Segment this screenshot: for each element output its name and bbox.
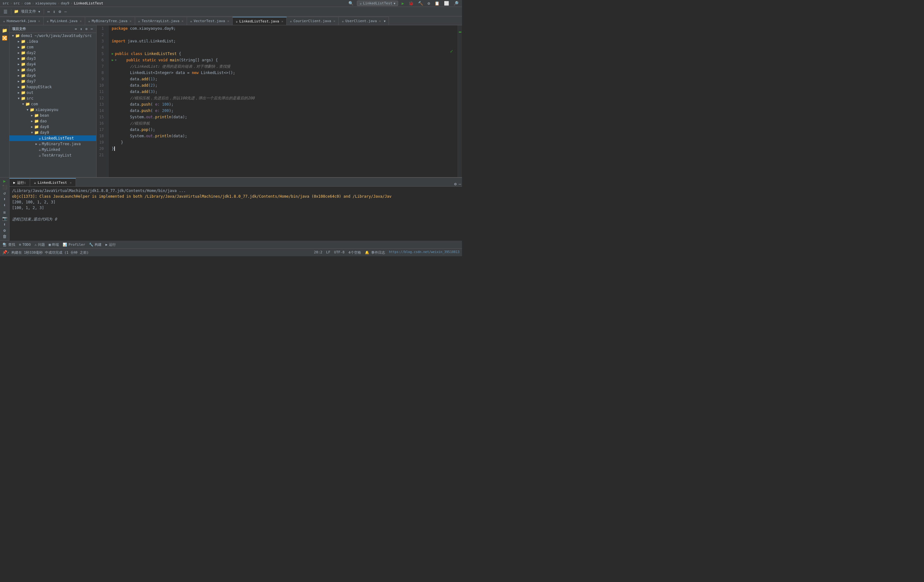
bottom-tab-linkedlisttest[interactable]: ☕ LinkedListTest ✕ [30,178,76,186]
tree-item-xiaoyaoyou[interactable]: ▼ 📁 xiaoyaoyou [10,107,96,113]
action-run[interactable]: ▶ 运行 [106,242,116,247]
build-button[interactable]: 🔨 [417,1,424,6]
token: } [112,145,114,152]
tab-close-homework4[interactable]: ✕ [38,19,40,23]
bottom-minimize-icon[interactable]: — [457,181,462,186]
window-button-2[interactable]: ⬜ [443,1,450,6]
tab-close-mybinarytree[interactable]: ✕ [130,19,132,23]
search-icon-2[interactable]: 🔎 [452,1,459,6]
scroll-down-icon[interactable]: ⬇ [3,203,7,208]
project-icon[interactable]: 📁 [1,28,8,33]
trash-icon[interactable]: 🗑 [2,234,8,239]
tree-item-idea[interactable]: ▶ 📁 .idea [10,39,96,44]
tree-item-com2[interactable]: ▼ 📁 com [10,101,96,107]
upload-icon[interactable]: ⬆ [3,222,7,227]
settings-icon[interactable]: ⚙ [58,9,62,14]
breadcrumb-day9[interactable]: day9 [61,1,69,5]
tree-item-mybinarytree2[interactable]: ▶ ☕ MyBinaryTree.java [10,141,96,147]
menu-icon[interactable]: ☰ [3,9,8,14]
tab-userclient[interactable]: ☕ UserClient.java ✕ ▼ [338,17,389,25]
bottom-content[interactable]: /Library/Java/JavaVirtualMachines/jdk1.8… [10,186,462,241]
editor-area[interactable]: 1 2 3 4 5 6 7 8 9 10 11 12 13 14 15 16 1… [97,25,457,177]
tree-item-bean[interactable]: ▶ 📁 bean [10,113,96,118]
debug-button[interactable]: 🐞 [408,1,414,6]
bottom-tab-ll-close[interactable]: ✕ [70,181,72,185]
tab-close-vectortest[interactable]: ✕ [227,19,229,23]
token: 200 [160,107,169,114]
tree-item-dao[interactable]: ▶ 📁 dao [10,118,96,124]
tree-item-day5[interactable]: ▶ 📁 day5 [10,67,96,73]
filter-icon[interactable]: ≡ [3,210,7,215]
camera-icon[interactable]: 📷 [1,216,8,221]
action-todo[interactable]: ≡ TODO [19,242,31,247]
tab-mylinked[interactable]: ☕ MyLinked.java ✕ [44,17,85,25]
sync-icon[interactable]: ↔ [46,9,51,14]
sidebar-settings-icon[interactable]: ⚙ [84,27,89,31]
tab-courierclient[interactable]: ☕ CourierClient.java ✕ [287,17,338,25]
tab-testarraylist[interactable]: ☕ TestArrayList.java ✕ [135,17,187,25]
action-search[interactable]: 🔍 查找 [3,242,15,247]
vcs-icon[interactable]: 🔀 [1,35,8,41]
expand-icon[interactable]: ↕ [52,9,56,14]
tree-item-out[interactable]: ▶ 📁 out [10,90,96,96]
code-line-2 [112,31,457,38]
tab-close-courierclient[interactable]: ✕ [333,19,335,23]
window-button-1[interactable]: 📋 [434,1,441,6]
scroll-up-icon[interactable]: ⬆ [3,197,7,201]
encoding[interactable]: UTF-8 [334,250,345,255]
action-problems[interactable]: ⚠ 问题 [35,242,45,247]
more-button[interactable]: ⚙ [427,1,431,6]
tab-close-mylinked[interactable]: ✕ [80,19,82,23]
breadcrumb-src1[interactable]: src [3,1,9,5]
tree-item-mylinked2[interactable]: ☕ MyLinked [10,147,96,152]
tab-linkedlisttest[interactable]: ☕ LinkedListTest.java ✕ [233,17,287,25]
action-terminal[interactable]: ▦ 终端 [49,242,59,247]
bottom-settings-icon[interactable]: ⚙ [453,181,457,186]
tree-item-happyestack[interactable]: ▶ 📁 happyEStack [10,84,96,90]
tree-item-day4[interactable]: ▶ 📁 day4 [10,61,96,67]
tab-mybinarytree[interactable]: ☕ MyBinaryTree.java ✕ [85,17,135,25]
tab-close-testarraylist[interactable]: ✕ [182,19,183,23]
tree-item-day2[interactable]: ▶ 📁 day2 [10,50,96,56]
sidebar-icon-2[interactable]: ↕ [79,27,83,31]
run-config[interactable]: ☕ LinkedListTest ▼ [357,1,398,6]
event-log[interactable]: 🔔 事件日志 [365,250,385,255]
tree-item-day3[interactable]: ▶ 📁 day3 [10,56,96,61]
tab-homework4[interactable]: ☕ Homework4.java ✕ [0,17,44,25]
rerun-icon[interactable]: ↺ [3,191,7,196]
action-profiler[interactable]: 📊 Profiler [63,242,85,247]
tab-vectortest[interactable]: ☕ VectorTest.java ✕ [187,17,233,25]
tab-close-userclient[interactable]: ✕ [379,19,381,23]
breadcrumb-src2[interactable]: src [13,1,20,5]
tab-close-linkedlisttest[interactable]: ✕ [281,20,283,23]
settings-icon-2[interactable]: ⚙ [3,228,7,233]
sidebar-icon-1[interactable]: ↔ [74,27,78,31]
line-ending[interactable]: LF [326,250,330,255]
tree-item-day9[interactable]: ▼ 📁 day9 [10,130,96,135]
tree-item-com[interactable]: ▶ 📁 com [10,44,96,50]
tree-item-day8[interactable]: ▶ 📁 day8 [10,124,96,130]
close-icon[interactable]: — [63,9,68,14]
bottom-tab-run[interactable]: ▶ 运行: [10,178,30,186]
sidebar-close-icon[interactable]: — [89,27,94,31]
project-dropdown-icon[interactable]: ▼ [37,10,41,13]
breadcrumb-xiaoyaoyou[interactable]: xiaoyaoyou [35,1,56,5]
stop-icon[interactable]: ⬛ [1,185,8,190]
indent[interactable]: 4个空格 [348,250,361,255]
tree-item-linkedlisttest[interactable]: ☕ LinkedListTest [10,135,96,141]
breadcrumb-file[interactable]: LinkedListTest [74,1,103,5]
tree-item-testarraylist2[interactable]: ☕ TestArrayList [10,152,96,158]
breadcrumb-com[interactable]: com [24,1,31,5]
tree-item-src[interactable]: ▼ 📁 src [10,96,96,101]
search-icon[interactable]: 🔍 [347,1,355,6]
run-icon[interactable]: ▶ [3,179,7,183]
tree-item-day6[interactable]: ▶ 📁 day6 [10,73,96,78]
token: public [117,57,140,63]
tree-item-day7[interactable]: ▶ 📁 day7 [10,78,96,84]
run-button[interactable]: ▶ [401,1,405,6]
tab-more-icon[interactable]: ▼ [384,20,385,23]
tree-item-demo1[interactable]: ▼ 📁 demo1 ~/work/java/JavaStudy/src [10,33,96,39]
fold-arrow-6[interactable]: ▼ [115,57,116,63]
action-build[interactable]: 🔧 构建 [89,242,102,247]
cursor-position[interactable]: 20:2 [314,250,322,255]
